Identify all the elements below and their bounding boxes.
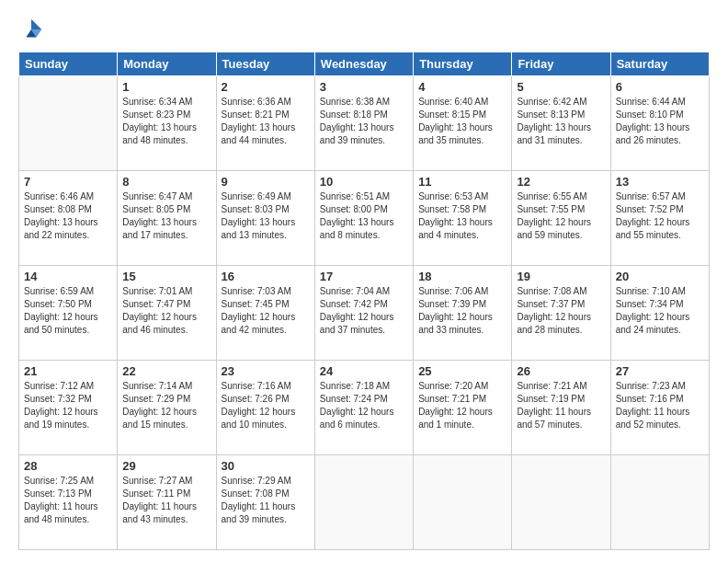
logo-icon [18,17,44,42]
day-number: 12 [517,175,605,189]
calendar-cell: 13Sunrise: 6:57 AMSunset: 7:52 PMDayligh… [610,171,709,266]
calendar-cell: 3Sunrise: 6:38 AMSunset: 8:18 PMDaylight… [314,76,413,171]
day-number: 29 [122,459,210,473]
week-row-0: 1Sunrise: 6:34 AMSunset: 8:23 PMDaylight… [19,76,710,171]
day-info: Sunrise: 6:40 AMSunset: 8:15 PMDaylight:… [418,96,506,147]
day-info: Sunrise: 7:06 AMSunset: 7:39 PMDaylight:… [418,285,506,337]
day-number: 15 [122,270,210,283]
day-number: 26 [517,364,605,378]
day-number: 4 [418,80,506,94]
day-number: 7 [24,175,112,189]
day-info: Sunrise: 7:03 AMSunset: 7:45 PMDaylight:… [222,285,310,337]
day-info: Sunrise: 7:04 AMSunset: 7:42 PMDaylight:… [320,285,408,337]
calendar-cell [19,76,118,171]
calendar-cell: 18Sunrise: 7:06 AMSunset: 7:39 PMDayligh… [414,266,512,361]
day-number: 6 [616,80,704,94]
calendar-cell [512,455,610,550]
day-info: Sunrise: 6:53 AMSunset: 7:58 PMDaylight:… [418,190,506,242]
day-info: Sunrise: 6:36 AMSunset: 8:21 PMDaylight:… [222,96,310,147]
day-number: 19 [517,270,605,283]
day-info: Sunrise: 7:12 AMSunset: 7:32 PMDaylight:… [24,380,112,431]
day-info: Sunrise: 6:44 AMSunset: 8:10 PMDaylight:… [616,96,704,147]
calendar-cell: 16Sunrise: 7:03 AMSunset: 7:45 PMDayligh… [216,266,314,361]
calendar-cell: 25Sunrise: 7:20 AMSunset: 7:21 PMDayligh… [414,361,512,455]
day-number: 9 [222,175,310,189]
day-number: 5 [517,80,605,94]
day-info: Sunrise: 7:18 AMSunset: 7:24 PMDaylight:… [320,380,408,431]
day-info: Sunrise: 7:16 AMSunset: 7:26 PMDaylight:… [222,380,310,431]
calendar-cell: 29Sunrise: 7:27 AMSunset: 7:11 PMDayligh… [118,455,216,550]
day-number: 10 [320,175,408,189]
day-number: 1 [122,80,210,94]
calendar-cell: 12Sunrise: 6:55 AMSunset: 7:55 PMDayligh… [512,171,610,266]
day-info: Sunrise: 6:46 AMSunset: 8:08 PMDaylight:… [24,190,112,242]
day-number: 14 [24,270,112,283]
day-number: 13 [616,175,704,189]
weekday-header-sunday: Sunday [19,52,118,76]
day-number: 2 [222,80,310,94]
logo [18,17,48,42]
calendar-cell [610,455,709,550]
day-info: Sunrise: 7:08 AMSunset: 7:37 PMDaylight:… [517,285,605,337]
calendar-cell: 24Sunrise: 7:18 AMSunset: 7:24 PMDayligh… [314,361,413,455]
day-info: Sunrise: 7:10 AMSunset: 7:34 PMDaylight:… [616,285,704,337]
day-info: Sunrise: 7:21 AMSunset: 7:19 PMDaylight:… [517,380,605,431]
calendar-table: SundayMondayTuesdayWednesdayThursdayFrid… [18,52,710,550]
day-info: Sunrise: 7:29 AMSunset: 7:08 PMDaylight:… [222,475,310,526]
calendar-cell: 23Sunrise: 7:16 AMSunset: 7:26 PMDayligh… [216,361,314,455]
calendar-cell [414,455,512,550]
calendar-cell: 4Sunrise: 6:40 AMSunset: 8:15 PMDaylight… [414,76,512,171]
weekday-header-friday: Friday [512,52,610,76]
weekday-header-monday: Monday [118,52,216,76]
day-info: Sunrise: 7:01 AMSunset: 7:47 PMDaylight:… [122,285,210,337]
day-number: 22 [122,364,210,378]
calendar-cell: 8Sunrise: 6:47 AMSunset: 8:05 PMDaylight… [118,171,216,266]
day-number: 3 [320,80,408,94]
calendar-cell: 17Sunrise: 7:04 AMSunset: 7:42 PMDayligh… [314,266,413,361]
calendar-cell: 9Sunrise: 6:49 AMSunset: 8:03 PMDaylight… [216,171,314,266]
calendar-cell: 26Sunrise: 7:21 AMSunset: 7:19 PMDayligh… [512,361,610,455]
day-info: Sunrise: 7:27 AMSunset: 7:11 PMDaylight:… [122,475,210,526]
day-number: 20 [616,270,704,283]
day-info: Sunrise: 6:49 AMSunset: 8:03 PMDaylight:… [222,190,310,242]
calendar-cell: 21Sunrise: 7:12 AMSunset: 7:32 PMDayligh… [19,361,118,455]
top-section [18,17,710,42]
day-number: 8 [122,175,210,189]
day-info: Sunrise: 6:59 AMSunset: 7:50 PMDaylight:… [24,285,112,337]
calendar-cell: 22Sunrise: 7:14 AMSunset: 7:29 PMDayligh… [118,361,216,455]
day-number: 11 [418,175,506,189]
weekday-header-row: SundayMondayTuesdayWednesdayThursdayFrid… [19,52,710,76]
weekday-header-tuesday: Tuesday [216,52,314,76]
weekday-header-wednesday: Wednesday [314,52,413,76]
calendar-cell: 5Sunrise: 6:42 AMSunset: 8:13 PMDaylight… [512,76,610,171]
day-info: Sunrise: 6:57 AMSunset: 7:52 PMDaylight:… [616,190,704,242]
day-number: 23 [222,364,310,378]
day-number: 21 [24,364,112,378]
day-info: Sunrise: 6:34 AMSunset: 8:23 PMDaylight:… [122,96,210,147]
day-info: Sunrise: 7:25 AMSunset: 7:13 PMDaylight:… [24,475,112,526]
weekday-header-thursday: Thursday [414,52,512,76]
calendar-cell: 15Sunrise: 7:01 AMSunset: 7:47 PMDayligh… [118,266,216,361]
calendar-cell: 11Sunrise: 6:53 AMSunset: 7:58 PMDayligh… [414,171,512,266]
calendar-cell: 28Sunrise: 7:25 AMSunset: 7:13 PMDayligh… [19,455,118,550]
calendar-cell: 14Sunrise: 6:59 AMSunset: 7:50 PMDayligh… [19,266,118,361]
day-info: Sunrise: 6:51 AMSunset: 8:00 PMDaylight:… [320,190,408,242]
week-row-1: 7Sunrise: 6:46 AMSunset: 8:08 PMDaylight… [19,171,710,266]
calendar-cell: 27Sunrise: 7:23 AMSunset: 7:16 PMDayligh… [610,361,709,455]
calendar-cell: 1Sunrise: 6:34 AMSunset: 8:23 PMDaylight… [118,76,216,171]
day-info: Sunrise: 7:23 AMSunset: 7:16 PMDaylight:… [616,380,704,431]
calendar-cell: 19Sunrise: 7:08 AMSunset: 7:37 PMDayligh… [512,266,610,361]
day-number: 16 [222,270,310,283]
weekday-header-saturday: Saturday [610,52,709,76]
day-info: Sunrise: 6:47 AMSunset: 8:05 PMDaylight:… [122,190,210,242]
svg-marker-0 [31,19,41,29]
calendar-cell: 30Sunrise: 7:29 AMSunset: 7:08 PMDayligh… [216,455,314,550]
week-row-2: 14Sunrise: 6:59 AMSunset: 7:50 PMDayligh… [19,266,710,361]
day-number: 25 [418,364,506,378]
calendar-cell: 6Sunrise: 6:44 AMSunset: 8:10 PMDaylight… [610,76,709,171]
day-number: 17 [320,270,408,283]
day-number: 27 [616,364,704,378]
calendar-cell: 20Sunrise: 7:10 AMSunset: 7:34 PMDayligh… [610,266,709,361]
calendar-cell: 10Sunrise: 6:51 AMSunset: 8:00 PMDayligh… [314,171,413,266]
page: SundayMondayTuesdayWednesdayThursdayFrid… [0,0,728,563]
